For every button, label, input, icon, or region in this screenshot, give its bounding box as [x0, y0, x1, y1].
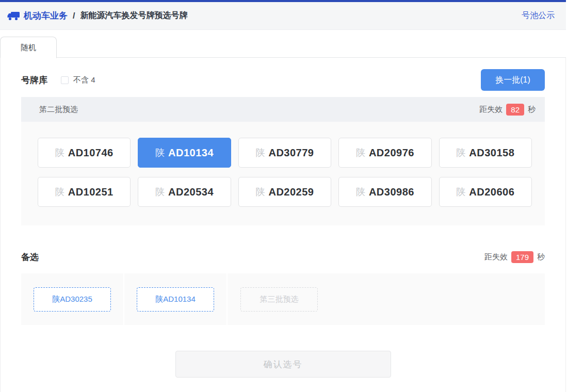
plate-number: AD30158 [469, 147, 514, 159]
alternatives-label: 备选 [21, 251, 39, 263]
alt-expiry-seconds-badge: 179 [511, 251, 533, 263]
plate-card[interactable]: 陕AD30986 [338, 177, 431, 207]
plate-prefix: 陕 [356, 186, 365, 198]
plate-prefix: 陕 [155, 186, 165, 198]
pool-toolbar: 号牌库 不含 4 换一批(1) [21, 69, 545, 91]
plate-card[interactable]: 陕AD20534 [138, 177, 231, 207]
plate-card[interactable]: 陕AD20606 [439, 177, 532, 207]
pool-header: 第二批预选 距失效 82 秒 [21, 97, 545, 122]
exclude-4-checkbox[interactable] [61, 76, 69, 84]
plate-number: AD30779 [268, 147, 314, 159]
alternatives-list: 陕AD30235陕AD10134第三批预选 [21, 273, 545, 325]
plate-prefix: 陕 [155, 146, 165, 159]
alternative-cell: 陕AD30235 [21, 273, 124, 325]
plate-prefix: 陕 [55, 146, 64, 159]
confirm-row: 确认选号 [1, 351, 565, 378]
plate-prefix: 陕 [356, 146, 365, 159]
alternatives-expiry: 距失效 179 秒 [484, 251, 545, 263]
plate-number: AD20606 [469, 186, 514, 198]
alternative-plate[interactable]: 陕AD10134 [137, 287, 214, 312]
alternative-placeholder: 第三批预选 [240, 287, 318, 312]
alternative-cell: 第三批预选 [228, 273, 331, 325]
plate-card[interactable]: 陕AD10134 [138, 138, 231, 168]
breadcrumb: 机动车业务 / 新能源汽车换发号牌预选号牌 [7, 10, 187, 22]
plate-prefix: 陕 [255, 186, 265, 198]
alternative-cell: 陕AD10134 [124, 273, 228, 325]
plate-card[interactable]: 陕AD10746 [38, 138, 131, 168]
plate-number: AD10746 [68, 147, 114, 159]
plate-card[interactable]: 陕AD30779 [238, 138, 331, 168]
truck-icon [7, 11, 20, 21]
expiry-seconds-badge: 82 [506, 104, 524, 116]
plate-pool-box: 第二批预选 距失效 82 秒 陕AD10746陕AD10134陕AD30779陕… [21, 97, 545, 225]
alt-expiry-label: 距失效 [484, 252, 508, 262]
tab-bar: 随机 [0, 36, 566, 58]
plate-prefix: 陕 [255, 146, 265, 159]
batch-title: 第二批预选 [39, 105, 78, 115]
exclude-4-checkbox-wrap[interactable]: 不含 4 [61, 75, 95, 85]
tab-random[interactable]: 随机 [0, 37, 57, 58]
refresh-batch-button[interactable]: 换一批(1) [481, 69, 545, 91]
plate-pool-label: 号牌库 [21, 74, 47, 86]
plate-number: AD10251 [68, 186, 114, 198]
expiry-unit: 秒 [528, 105, 536, 115]
plate-number: AD20534 [168, 186, 214, 198]
plate-card[interactable]: 陕AD10251 [38, 177, 131, 207]
pool-expiry: 距失效 82 秒 [479, 104, 536, 116]
alternatives-header: 备选 距失效 179 秒 [21, 251, 545, 263]
plate-card[interactable]: 陕AD30158 [439, 138, 532, 168]
plate-prefix: 陕 [456, 186, 465, 198]
plate-number: AD20259 [268, 186, 314, 198]
alt-expiry-unit: 秒 [537, 252, 545, 262]
plate-card[interactable]: 陕AD20976 [338, 138, 431, 168]
plate-prefix: 陕 [456, 146, 465, 159]
plate-number: AD10134 [168, 147, 214, 159]
plate-number: AD30986 [369, 186, 414, 198]
alternative-plate[interactable]: 陕AD30235 [34, 287, 111, 312]
pool-publicity-link[interactable]: 号池公示 [522, 10, 555, 21]
expiry-label: 距失效 [479, 105, 503, 115]
breadcrumb-separator: / [73, 11, 75, 21]
header: 机动车业务 / 新能源汽车换发号牌预选号牌 号池公示 [0, 2, 566, 30]
plate-grid: 陕AD10746陕AD10134陕AD30779陕AD20976陕AD30158… [21, 122, 545, 225]
tab-content-panel: 号牌库 不含 4 换一批(1) 第二批预选 距失效 82 秒 陕AD10746陕… [0, 58, 566, 392]
plate-number: AD20976 [369, 147, 414, 159]
brand-text: 机动车业务 [24, 10, 68, 22]
exclude-4-label: 不含 4 [73, 75, 95, 85]
page: 机动车业务 / 新能源汽车换发号牌预选号牌 号池公示 随机 号牌库 不含 4 换… [0, 0, 566, 392]
plate-prefix: 陕 [55, 186, 64, 198]
confirm-button[interactable]: 确认选号 [175, 351, 391, 378]
page-title: 新能源汽车换发号牌预选号牌 [80, 10, 187, 21]
plate-card[interactable]: 陕AD20259 [238, 177, 331, 207]
